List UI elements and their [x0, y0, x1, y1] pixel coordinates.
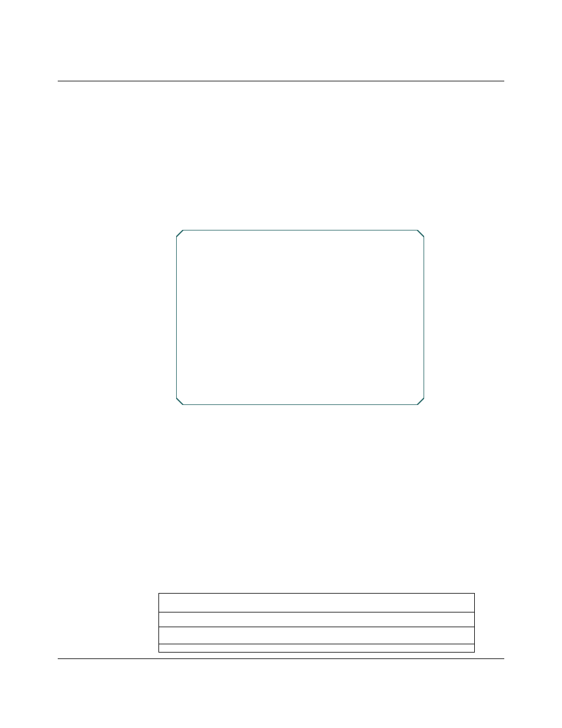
table-row — [158, 627, 475, 644]
clipped-rectangle — [176, 230, 424, 405]
top-horizontal-rule — [58, 81, 504, 81]
table — [158, 593, 475, 653]
table-row — [158, 644, 475, 653]
clipped-rectangle-path — [176, 230, 424, 405]
table-row — [158, 593, 475, 612]
bottom-horizontal-rule — [58, 658, 504, 659]
table-row — [158, 612, 475, 627]
